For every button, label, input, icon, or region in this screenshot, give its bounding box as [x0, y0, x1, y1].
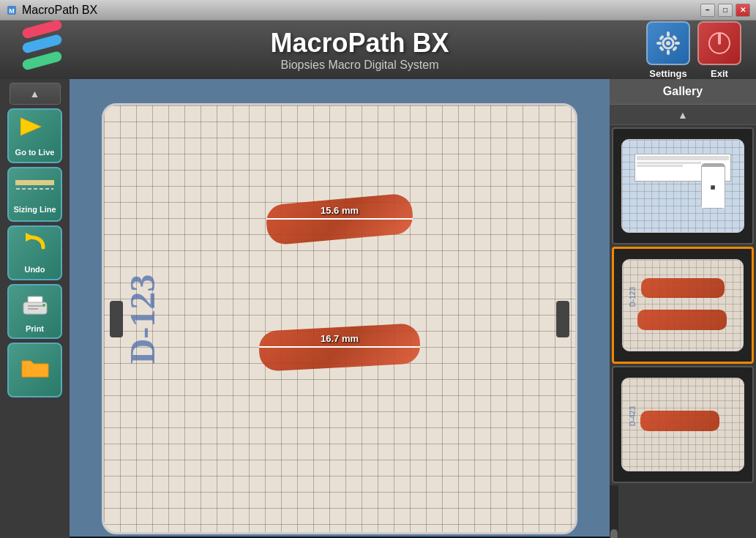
settings-icon [646, 21, 690, 65]
undo-icon [21, 231, 49, 262]
exit-icon [697, 21, 741, 65]
measurement-line-1 [266, 218, 413, 220]
folder-button[interactable] [7, 343, 62, 397]
maximize-button[interactable]: □ [718, 4, 733, 17]
svg-rect-8 [667, 50, 670, 55]
logo-svg [18, 20, 70, 79]
svg-point-6 [666, 41, 670, 45]
gallery-item-2[interactable]: D-123 [612, 247, 754, 364]
gallery-scroll-thumb[interactable] [610, 529, 618, 538]
exit-button[interactable]: Exit [697, 21, 741, 79]
titlebar-title: MacroPath BX [22, 4, 97, 17]
print-label: Print [26, 324, 44, 333]
gallery-mini-specimen-2 [637, 310, 727, 329]
gallery-bottle: ⬛ [701, 163, 725, 209]
gallery-scroll-up-button[interactable]: ▲ [610, 105, 756, 125]
titlebar-controls: − □ ✕ [700, 4, 750, 17]
gallery-mini-tray-3: D-423 [621, 378, 744, 471]
gallery-item-2-content: D-123 [614, 249, 752, 362]
svg-marker-22 [26, 233, 34, 242]
gallery-mini-specimen-3 [640, 411, 719, 431]
measurement-label-1: 15.6 mm [321, 205, 359, 216]
sizing-line-label: Sizing Line [13, 205, 56, 214]
exit-label: Exit [711, 68, 728, 79]
svg-rect-27 [28, 308, 38, 310]
minimize-button[interactable]: − [700, 4, 715, 17]
svg-rect-10 [675, 42, 680, 45]
go-to-live-button[interactable]: Go to Live [7, 108, 62, 163]
gallery-panel: Gallery ▲ [610, 79, 756, 538]
gallery-tray-label-3: D-423 [629, 406, 637, 426]
gallery-list: ⬛ D [610, 125, 756, 485]
print-button[interactable]: Print [7, 284, 62, 339]
app-name: MacroPath BX [73, 28, 646, 59]
titlebar: M MacroPath BX − □ ✕ [0, 0, 756, 20]
image-area: D-123 15.6 mm 1 [70, 79, 610, 538]
tray-handle-left [110, 301, 123, 337]
svg-rect-9 [656, 42, 662, 45]
gallery-item-3-content: D-423 [613, 367, 752, 482]
app-icon: M [6, 4, 18, 16]
sidebar-scroll-up[interactable]: ▲ [10, 83, 61, 105]
sizing-line-button[interactable]: Sizing Line [7, 167, 62, 222]
body-area: ▲ Go to Live Siz [0, 79, 756, 538]
gallery-mini-specimen-1 [641, 278, 725, 298]
svg-text:M: M [9, 7, 15, 15]
gallery-header: Gallery [610, 79, 756, 105]
specimen-tray: D-123 15.6 mm 1 [102, 103, 577, 535]
svg-rect-18 [16, 180, 53, 185]
app-logo [15, 20, 73, 79]
tray-label: D-123 [122, 274, 162, 364]
gallery-tray-label-2: D-123 [629, 287, 637, 307]
sizing-line-icon [15, 174, 55, 202]
specimen-background: D-123 15.6 mm 1 [70, 79, 610, 538]
close-button[interactable]: ✕ [736, 4, 750, 17]
tray-grid-pattern [104, 105, 575, 533]
tray-handle-right [556, 301, 569, 337]
gallery-mini-tray-1: ⬛ [621, 139, 744, 233]
gallery-title: Gallery [663, 85, 703, 98]
measurement-label-2: 16.7 mm [321, 333, 359, 344]
gallery-item-3[interactable]: D-423 [612, 366, 754, 483]
svg-rect-7 [667, 31, 670, 37]
header: MacroPath BX Biopsies Macro Digital Syst… [0, 20, 756, 79]
gallery-scrollbar[interactable] [610, 485, 618, 538]
svg-point-28 [42, 304, 45, 307]
main-content: MacroPath BX Biopsies Macro Digital Syst… [0, 20, 756, 538]
header-title: MacroPath BX Biopsies Macro Digital Syst… [73, 28, 646, 72]
settings-button[interactable]: Settings [646, 21, 690, 79]
svg-rect-26 [28, 305, 42, 307]
undo-label: Undo [24, 265, 45, 274]
measurement-line-2 [259, 346, 420, 348]
undo-button[interactable]: Undo [7, 225, 62, 280]
svg-marker-17 [20, 118, 41, 135]
print-icon [20, 289, 50, 321]
app-subtitle: Biopsies Macro Digital System [73, 59, 646, 72]
go-to-live-label: Go to Live [15, 148, 55, 157]
folder-icon [20, 355, 50, 386]
image-container: D-123 15.6 mm 1 [70, 79, 610, 538]
header-buttons: Settings Exit [646, 21, 741, 79]
go-live-icon [20, 114, 50, 145]
gallery-item-1-content: ⬛ [613, 129, 752, 243]
gallery-item-1[interactable]: ⬛ [612, 127, 754, 244]
svg-rect-16 [718, 33, 721, 45]
titlebar-left: M MacroPath BX [6, 4, 97, 17]
settings-label: Settings [649, 68, 686, 79]
sidebar: ▲ Go to Live Siz [0, 79, 70, 538]
gallery-mini-tray-2: D-123 [622, 259, 743, 351]
svg-rect-4 [21, 51, 63, 71]
